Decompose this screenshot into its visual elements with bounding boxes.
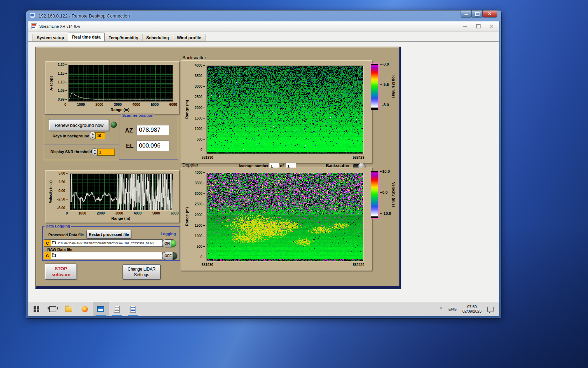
velocity-canvas bbox=[70, 174, 173, 210]
taskbar: ⌃ ENG 07:50 02/09/2023 bbox=[28, 302, 499, 316]
az-value-field: 078.987 bbox=[136, 125, 169, 135]
renew-background-button[interactable]: Renew background now bbox=[49, 119, 109, 131]
rays-value-field[interactable]: 10 bbox=[95, 132, 105, 139]
tick-label: -8.0 bbox=[380, 103, 389, 107]
tick-label: 4000 bbox=[134, 211, 141, 215]
scanner-position-box: Scanner position AZ 078.987 EL 000.096 bbox=[119, 116, 178, 159]
tick-label: 0.00 bbox=[58, 189, 68, 193]
tick-label: 500 bbox=[197, 245, 205, 248]
browse-file-icon[interactable] bbox=[51, 252, 57, 259]
backscatter-y-ticks: 40003500300025002000150010005000 bbox=[191, 63, 205, 152]
streamline-app-button[interactable] bbox=[93, 302, 109, 316]
rdp-minimize-button[interactable] bbox=[461, 11, 472, 18]
tick-label: 6000 bbox=[169, 103, 177, 107]
processed-path-field[interactable]: C:\Lidar\Data\Proc\2023\202309\20230902\… bbox=[57, 239, 163, 247]
tick-label: 0 bbox=[201, 255, 205, 259]
backscatter-plot bbox=[206, 66, 363, 154]
snr-threshold-box: Display SNR threshold 1 bbox=[44, 144, 119, 160]
processed-logging-toggle[interactable]: ON bbox=[162, 239, 176, 247]
tick-label: 2500 bbox=[195, 202, 205, 206]
raw-data-file-label: RAW Data file bbox=[47, 247, 72, 252]
drive-letter-badge[interactable]: C bbox=[44, 252, 51, 259]
app-close-icon[interactable] bbox=[490, 25, 493, 28]
hidden-icons-chevron[interactable]: ⌃ bbox=[439, 307, 443, 312]
backscatter-canvas bbox=[207, 66, 363, 154]
tick-label: 2000 bbox=[97, 211, 105, 215]
tick-label: 1000 bbox=[195, 127, 205, 131]
tick-label: 3000 bbox=[114, 103, 122, 107]
decrement-icon[interactable] bbox=[92, 137, 94, 138]
rdp-window-title: 192.168.0.122 - Remote Desktop Connectio… bbox=[38, 13, 130, 19]
file-explorer-button[interactable] bbox=[61, 302, 77, 316]
tick-label: 1.20 bbox=[58, 63, 67, 67]
processed-path-control: C C:\Lidar\Data\Proc\2023\202309\2023090… bbox=[44, 239, 163, 247]
tab-system-setup[interactable]: System setup bbox=[33, 34, 68, 41]
tick-label: 1500 bbox=[195, 116, 205, 120]
tick-label: 1.05 bbox=[58, 89, 67, 93]
task-view-icon bbox=[49, 306, 56, 312]
doppler-x-right: 582429 bbox=[353, 263, 364, 267]
tab-wind-profile[interactable]: Wind profile bbox=[173, 34, 205, 41]
tick-label: 0.0 bbox=[380, 190, 391, 195]
doppler-canvas bbox=[207, 173, 363, 261]
folder-icon bbox=[65, 307, 72, 312]
increment-icon[interactable] bbox=[92, 133, 94, 135]
firefox-icon bbox=[82, 306, 88, 312]
velocity-x-axis-label: Range (m) bbox=[111, 216, 130, 220]
language-indicator[interactable]: ENG bbox=[448, 307, 457, 311]
renew-led-indicator bbox=[111, 122, 117, 128]
el-value-field: 000.096 bbox=[136, 141, 169, 151]
doppler-y-axis-label: Range (m) bbox=[185, 207, 189, 226]
tick-label: 2.50 bbox=[58, 180, 68, 184]
tick-label: 4000 bbox=[195, 63, 205, 67]
app-restore-icon[interactable] bbox=[476, 24, 481, 28]
increment-icon[interactable] bbox=[94, 150, 96, 151]
browse-file-icon[interactable] bbox=[51, 239, 57, 247]
taskbar-clock[interactable]: 07:50 02/09/2023 bbox=[462, 305, 482, 314]
windows-logo-icon bbox=[34, 306, 39, 312]
tick-label: 3000 bbox=[115, 211, 123, 215]
rays-spinner[interactable] bbox=[90, 132, 95, 139]
drive-letter-badge[interactable]: C bbox=[44, 239, 51, 247]
stop-software-button[interactable]: STOPsoftware bbox=[45, 264, 77, 280]
text-editor-button[interactable] bbox=[125, 302, 141, 316]
velocity-y-ticks: 5.002.500.00-2.50-5.00 bbox=[55, 171, 68, 210]
change-lidar-settings-button[interactable]: Change LiDARSettings bbox=[122, 264, 161, 280]
main-panel: A-scope 1.201.151.101.050.99 01000200030… bbox=[35, 47, 401, 289]
app-window: StreamLine XR v14-6.vi System setupReal … bbox=[28, 21, 499, 316]
doppler-x-left: 581930 bbox=[202, 263, 213, 267]
snr-spinner[interactable] bbox=[92, 148, 97, 156]
start-button[interactable] bbox=[28, 302, 44, 316]
tick-label: 1.10 bbox=[58, 80, 67, 84]
restart-processed-file-button[interactable]: Restart processed file bbox=[86, 230, 131, 239]
raw-path-field[interactable] bbox=[57, 252, 163, 259]
raw-logging-toggle[interactable]: OFF bbox=[162, 252, 177, 260]
doppler-colorbar-label: Velocity (m/s) bbox=[392, 182, 396, 207]
rdp-maximize-button[interactable] bbox=[471, 11, 483, 18]
az-label: AZ bbox=[125, 127, 133, 134]
tick-label: 6000 bbox=[171, 211, 178, 215]
scan-schedule-button[interactable] bbox=[109, 302, 125, 316]
velocity-y-axis-label: Velocity (m/s) bbox=[49, 180, 52, 203]
tick-label: 0 bbox=[66, 211, 68, 215]
clock-time: 07:50 bbox=[467, 305, 477, 309]
app-minimize-icon[interactable] bbox=[463, 26, 467, 27]
tab-scheduling[interactable]: Scheduling bbox=[142, 34, 173, 41]
notification-icon[interactable] bbox=[487, 307, 493, 312]
firefox-button[interactable] bbox=[77, 302, 93, 316]
maximize-icon bbox=[475, 12, 479, 16]
tick-label: 1000 bbox=[195, 234, 205, 238]
tab-real-time-data[interactable]: Real time data bbox=[68, 33, 105, 41]
tab-temp-humidity[interactable]: Temp/humidity bbox=[104, 34, 142, 41]
doppler-colorbar bbox=[371, 171, 379, 219]
ascope-canvas bbox=[69, 65, 173, 101]
doppler-title: Doppler bbox=[182, 162, 198, 168]
tick-label: 0 bbox=[201, 148, 205, 152]
decrement-icon[interactable] bbox=[94, 153, 96, 155]
rdp-close-button[interactable]: ✕ bbox=[482, 11, 497, 18]
snr-value-field[interactable]: 1 bbox=[97, 149, 115, 156]
task-view-button[interactable] bbox=[44, 302, 61, 316]
tick-label: 5000 bbox=[151, 103, 159, 107]
backscatter-colorbar bbox=[371, 63, 379, 110]
doppler-graph-frame: Range (m) 400035003000250020001500100050… bbox=[181, 168, 373, 271]
